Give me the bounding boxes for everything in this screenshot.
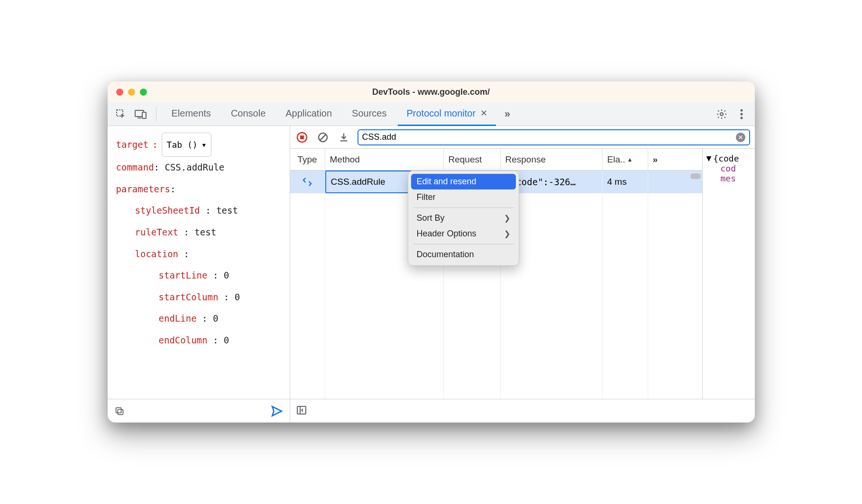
inspect-element-icon[interactable] — [112, 106, 129, 123]
grid-header-row: Type Method Request Response Ela..▲ » — [290, 149, 702, 171]
devtools-window: DevTools - www.google.com/ Elements Cons… — [108, 81, 755, 423]
toggle-drawer-icon[interactable] — [296, 405, 307, 418]
menu-item-edit-resend[interactable]: Edit and resend — [411, 174, 516, 189]
filter-input[interactable] — [362, 132, 733, 142]
param-value[interactable]: 0 — [224, 335, 229, 345]
devtools-tabbar: Elements Console Application Sources Pro… — [108, 102, 755, 126]
device-toolbar-icon[interactable] — [132, 106, 149, 123]
record-button[interactable] — [295, 130, 309, 144]
col-response[interactable]: Response — [501, 149, 603, 170]
param-value[interactable]: test — [216, 205, 238, 216]
detail-root[interactable]: ▼{code — [706, 153, 751, 163]
detail-key[interactable]: cod — [721, 163, 736, 173]
svg-rect-7 — [118, 409, 123, 414]
download-button[interactable] — [337, 130, 351, 144]
param-key: ruleText — [135, 227, 179, 237]
command-label: command — [116, 162, 154, 172]
detail-key[interactable]: mes — [721, 173, 736, 183]
settings-icon[interactable] — [713, 106, 730, 123]
svg-point-4 — [740, 109, 743, 111]
more-tabs-icon[interactable]: » — [499, 106, 516, 123]
clear-button[interactable] — [316, 130, 330, 144]
menu-separator — [413, 244, 514, 244]
chevron-right-icon: ❯ — [504, 229, 510, 238]
detail-panel: ▼{code cod mes — [703, 149, 755, 399]
target-label: target — [116, 134, 149, 156]
tab-sources[interactable]: Sources — [343, 102, 395, 126]
col-request[interactable]: Request — [444, 149, 501, 170]
menu-item-filter[interactable]: Filter — [411, 189, 516, 205]
context-menu: Edit and resend Filter Sort By❯ Header O… — [408, 171, 519, 266]
send-button[interactable] — [271, 405, 283, 417]
svg-rect-10 — [300, 135, 304, 139]
log-toolbar: ✕ — [290, 126, 755, 149]
tab-protocol-monitor[interactable]: Protocol monitor ✕ — [398, 102, 496, 126]
param-value[interactable]: 0 — [213, 313, 218, 324]
window-title: DevTools - www.google.com/ — [108, 87, 755, 97]
copy-icon[interactable] — [114, 406, 125, 416]
param-value[interactable]: 0 — [235, 292, 240, 302]
clear-filter-icon[interactable]: ✕ — [736, 133, 745, 142]
chevron-down-icon: ▾ — [202, 135, 207, 155]
titlebar: DevTools - www.google.com/ — [108, 81, 755, 102]
sort-asc-icon: ▲ — [627, 156, 633, 163]
parameters-label: parameters — [116, 184, 170, 194]
target-select[interactable]: Tab () ▾ — [162, 133, 212, 157]
svg-rect-8 — [116, 407, 121, 413]
col-more[interactable]: » — [648, 149, 702, 170]
right-footer — [290, 399, 755, 423]
svg-point-3 — [720, 113, 723, 116]
cell-elapsed: 4 ms — [603, 171, 648, 193]
col-type[interactable]: Type — [290, 149, 325, 170]
scrollbar-thumb[interactable] — [690, 173, 701, 179]
param-key: startColumn — [159, 292, 219, 302]
filter-input-container: ✕ — [358, 129, 750, 145]
protocol-log-panel: ✕ Type Method Request Response Ela..▲ » — [290, 126, 755, 423]
param-value[interactable]: 0 — [224, 270, 229, 280]
command-editor-panel: target: Tab () ▾ command: CSS.addRule pa… — [108, 126, 290, 423]
param-key: styleSheetId — [135, 205, 200, 216]
param-key: location — [135, 249, 179, 259]
kebab-menu-icon[interactable] — [733, 106, 750, 123]
svg-point-5 — [740, 113, 743, 115]
menu-item-header-options[interactable]: Header Options❯ — [411, 226, 516, 242]
tab-application[interactable]: Application — [277, 102, 340, 126]
menu-item-documentation[interactable]: Documentation — [411, 247, 516, 262]
tab-console[interactable]: Console — [222, 102, 274, 126]
col-elapsed[interactable]: Ela..▲ — [603, 149, 648, 170]
col-method[interactable]: Method — [325, 149, 444, 170]
param-key: startLine — [159, 270, 208, 280]
separator — [156, 107, 156, 121]
tab-elements[interactable]: Elements — [163, 102, 220, 126]
command-value[interactable]: CSS.addRule — [165, 162, 224, 172]
close-tab-icon[interactable]: ✕ — [480, 108, 487, 118]
menu-separator — [413, 207, 514, 208]
type-icon — [290, 171, 325, 193]
param-value[interactable]: test — [194, 227, 216, 237]
param-key: endColumn — [159, 335, 208, 345]
svg-point-6 — [740, 117, 743, 119]
svg-rect-2 — [142, 112, 146, 118]
param-key: endLine — [159, 313, 197, 324]
menu-item-sort-by[interactable]: Sort By❯ — [411, 210, 516, 226]
svg-line-12 — [320, 135, 326, 140]
chevron-right-icon: ❯ — [504, 214, 510, 223]
